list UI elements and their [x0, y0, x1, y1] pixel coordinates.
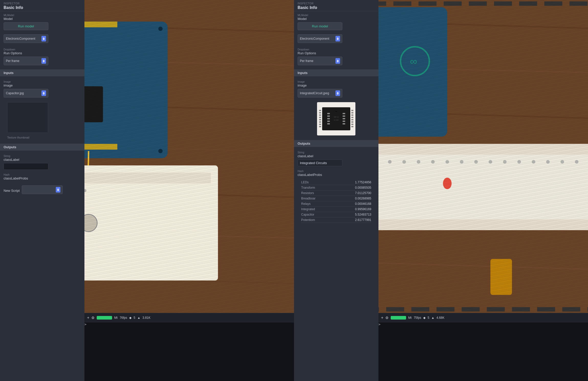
svg-rect-116 — [491, 259, 512, 295]
right-viewport-toolbar: + ⚙ Mt 75fps ◆ 5 ▲ 4.68K — [378, 313, 588, 322]
hash-row: Integrated0.99596169 — [301, 207, 371, 212]
svg-line-57 — [378, 18, 588, 32]
right-run-options-section: Dropdown Run Options Per frame — [294, 46, 378, 68]
svg-point-87 — [460, 160, 463, 164]
svg-rect-43 — [330, 111, 343, 126]
hash-value: 7.01125700 — [355, 191, 371, 195]
left-model-dropdown[interactable]: ElectronicComponent — [4, 34, 48, 43]
r-arrow-up-icon2 — [337, 60, 339, 61]
left-new-script-arrow — [56, 187, 60, 193]
right-image-label: Image — [298, 80, 375, 83]
right-add-icon[interactable]: + — [381, 315, 383, 320]
left-gear-icon[interactable]: ⚙ — [91, 316, 95, 320]
svg-rect-70 — [378, 144, 588, 230]
right-classlabel-field: classLabel — [298, 154, 375, 158]
right-texture-area: DIP-14 IC CHIP — [294, 102, 378, 139]
left-classlabelprobs-field: classLabelProbs — [4, 176, 81, 180]
arrow-down-icon — [43, 39, 45, 40]
right-model-dropdown[interactable]: ElectronicComponent — [298, 34, 342, 43]
arrow-down-icon3 — [43, 93, 45, 95]
left-add-icon[interactable]: + — [87, 315, 89, 320]
left-mlmodel-label: MLModel — [4, 14, 81, 17]
right-ic-chip-thumbnail: DIP-14 IC CHIP — [317, 102, 355, 135]
svg-rect-47 — [327, 121, 330, 122]
hash-key: Resistors — [301, 191, 314, 195]
left-new-script-dropdown[interactable] — [22, 185, 63, 194]
left-inspector-panel: INSPECTOR Basic Info MLModel Model Run m… — [0, 0, 84, 381]
right-run-options-dropdown[interactable]: Per frame — [298, 57, 342, 65]
left-run-model-button[interactable]: Run model — [4, 22, 48, 30]
right-image-field: image — [298, 83, 375, 87]
hash-key: Integrated — [301, 207, 315, 211]
left-texture-area: Texture thumbnail — [0, 102, 84, 142]
left-outputs-divider: Outputs — [0, 144, 84, 151]
left-upload-icon: ▲ — [137, 316, 140, 320]
hash-value: 0.00046168 — [355, 202, 371, 206]
left-new-script-row: New Script — [0, 183, 84, 198]
left-image-section: Image image Capacitor.jpg — [0, 78, 84, 100]
hash-row: Relays0.00046168 — [301, 201, 371, 207]
right-dropdown-label: Dropdown — [298, 48, 375, 51]
right-model-dropdown-value: ElectronicComponent — [300, 37, 329, 40]
svg-point-93 — [546, 160, 550, 164]
arrow-down-icon2 — [43, 61, 45, 62]
r-arrow-up-icon — [337, 37, 339, 39]
hash-row: Breadboar0.00268985 — [301, 196, 371, 201]
right-gear-icon[interactable]: ⚙ — [385, 316, 389, 320]
right-image-dropdown[interactable]: IntegratedCircuit.jpeg — [298, 89, 342, 98]
svg-rect-17 — [84, 144, 117, 150]
right-wood-background: ARDUINO UNO ∞ — [378, 0, 588, 313]
hash-value: 1.77524856 — [355, 181, 371, 184]
hash-value: 5.52493713 — [355, 213, 371, 216]
hash-row: Potentiom2.61777991 — [301, 217, 371, 223]
right-basic-info-title: Basic Info — [298, 5, 375, 10]
left-diamond-icon: ◆ — [129, 316, 132, 320]
svg-line-59 — [378, 108, 588, 122]
right-image-dropdown-value: IntegratedCircuit.jpeg — [300, 91, 329, 95]
r-arrow-up-icon3 — [337, 92, 339, 93]
svg-rect-19 — [84, 165, 218, 280]
app-root: INSPECTOR Basic Info MLModel Model Run m… — [0, 0, 588, 381]
left-upload-size: 3.81K — [143, 316, 150, 320]
left-fps-value: 76fps — [120, 316, 127, 320]
svg-rect-44 — [327, 113, 330, 114]
left-console-prompt: > — [84, 322, 294, 326]
svg-point-10 — [158, 27, 163, 31]
right-outputs-divider: Outputs — [294, 140, 378, 147]
left-image-dropdown-value: Capacitor.jpg — [6, 91, 24, 95]
right-run-model-button[interactable]: Run model — [298, 22, 342, 30]
svg-rect-117 — [378, 4, 588, 309]
svg-point-29 — [84, 189, 86, 192]
right-image-arrow — [335, 90, 340, 96]
right-run-options-value: Per frame — [300, 59, 313, 63]
left-model-dropdown-arrow — [41, 36, 46, 41]
arrow-up-icon4 — [57, 188, 59, 190]
left-image-label: Image — [4, 80, 81, 83]
left-arduino-svg: ARDUINO UNO — [84, 0, 294, 313]
left-image-dropdown[interactable]: Capacitor.jpg — [4, 89, 48, 98]
right-mlmodel-field: Model — [298, 17, 375, 21]
svg-rect-72 — [378, 219, 588, 230]
svg-rect-51 — [343, 118, 345, 119]
arrow-up-icon3 — [43, 92, 45, 93]
right-panel-header: INSPECTOR Basic Info — [294, 0, 378, 11]
left-hash-label: Hash — [4, 173, 81, 176]
left-run-options-dropdown[interactable]: Per frame — [4, 57, 48, 65]
hash-row: Capacitor5.52493713 — [301, 212, 371, 217]
ic-chip-svg: DIP-14 IC CHIP — [326, 110, 346, 128]
arrow-up-icon2 — [43, 60, 45, 61]
left-model-dropdown-value: ElectronicComponent — [6, 37, 35, 40]
left-run-options-label: Run Options — [4, 51, 81, 55]
right-viewport: ARDUINO UNO ∞ — [378, 0, 588, 381]
left-run-options-value: Per frame — [6, 59, 19, 63]
left-image-arrow — [41, 90, 46, 96]
right-output-string-section: String classLabel Integrated Circuits — [294, 149, 378, 167]
left-new-script-label: New Script — [4, 189, 20, 193]
right-classlabel-value: Integrated Circuits — [298, 160, 342, 166]
svg-text:IC CHIP: IC CHIP — [334, 119, 339, 121]
svg-line-5 — [84, 187, 294, 201]
svg-point-86 — [445, 160, 449, 164]
svg-rect-0 — [84, 0, 294, 313]
left-classlabel-field: classLabel — [4, 158, 81, 162]
right-fps-value: 75fps — [414, 316, 421, 320]
